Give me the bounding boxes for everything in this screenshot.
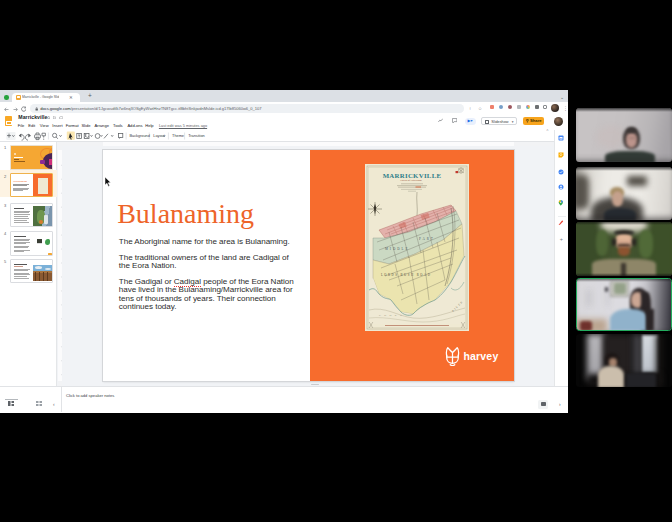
svg-text:LORDS BUSH ROAD: LORDS BUSH ROAD xyxy=(381,273,431,277)
svg-text:MIDDLE: MIDDLE xyxy=(385,247,409,251)
svg-text:PART: PART xyxy=(419,237,435,241)
svg-text:C O O K S: C O O K S xyxy=(379,314,403,317)
svg-text:Parish of Petersham: Parish of Petersham xyxy=(400,179,422,182)
svg-text:MARRICKVILLE: MARRICKVILLE xyxy=(383,172,442,179)
